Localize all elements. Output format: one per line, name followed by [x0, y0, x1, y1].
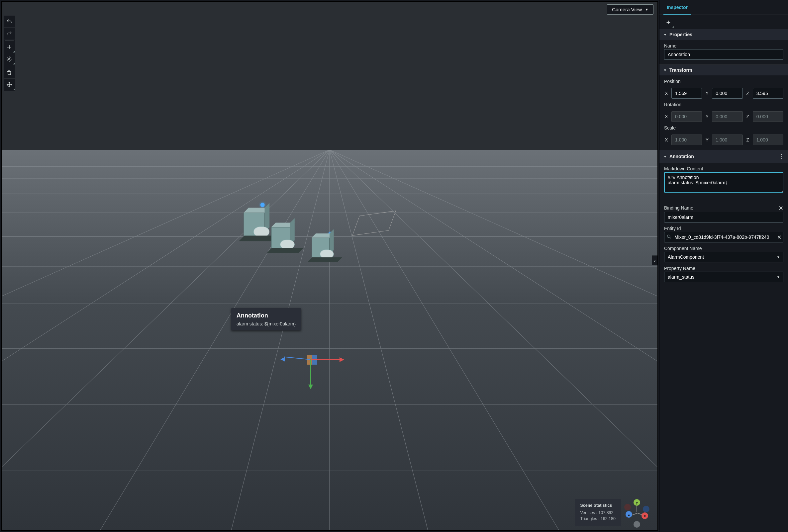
- annotation-overlay-body: alarm status: ${mixer0alarm}: [237, 321, 296, 326]
- undo-button[interactable]: [4, 16, 15, 27]
- scale-y-input[interactable]: [712, 135, 743, 145]
- annotation-overlay-title: Annotation: [237, 312, 296, 319]
- redo-button[interactable]: [4, 27, 15, 40]
- component-name-label: Component Name: [664, 246, 783, 251]
- collapse-inspector-button[interactable]: ›: [652, 255, 658, 265]
- axis-z-label: Z: [746, 114, 750, 119]
- axis-y-label: Y: [705, 91, 709, 96]
- axis-orientation-widget[interactable]: y z x: [624, 499, 650, 526]
- add-component-button[interactable]: +: [664, 18, 673, 27]
- floor-grid: [2, 150, 657, 530]
- rotation-y-input[interactable]: [712, 111, 743, 122]
- chevron-down-icon: ▼: [664, 155, 667, 158]
- axis-x-label: X: [664, 91, 669, 96]
- section-properties-title: Properties: [669, 32, 692, 37]
- section-transform-header[interactable]: ▼ Transform: [659, 64, 788, 75]
- markdown-content-input[interactable]: [664, 172, 783, 192]
- scene-statistics-panel: Scene Statistics Vertices : 107,892 Tria…: [575, 499, 621, 526]
- position-y-input[interactable]: [712, 88, 743, 99]
- svg-point-24: [8, 58, 10, 60]
- add-object-button[interactable]: [4, 41, 15, 53]
- tab-inspector[interactable]: Inspector: [664, 0, 691, 15]
- chevron-down-icon: ▼: [664, 68, 667, 72]
- scale-label: Scale: [664, 125, 783, 130]
- chevron-down-icon: ▼: [645, 8, 648, 11]
- svg-point-25: [667, 235, 670, 238]
- scale-x-input[interactable]: [671, 135, 702, 145]
- binding-name-label: Binding Name: [664, 205, 775, 210]
- axis-z-label: Z: [746, 91, 750, 96]
- rotation-z-input[interactable]: [753, 111, 783, 122]
- axis-x-icon[interactable]: x: [642, 512, 648, 519]
- binding-name-input[interactable]: [664, 212, 783, 223]
- clear-binding-button[interactable]: ✕: [779, 205, 783, 212]
- triangles-label: Triangles :: [580, 516, 599, 521]
- scene-statistics-heading: Scene Statistics: [580, 503, 616, 508]
- svg-line-26: [670, 237, 671, 239]
- section-annotation-title: Annotation: [669, 154, 694, 159]
- transform-gizmo[interactable]: [284, 356, 337, 396]
- entity-id-input[interactable]: [664, 232, 783, 242]
- section-annotation-header[interactable]: ▼ Annotation ⋮: [659, 150, 788, 163]
- move-tool-button[interactable]: [4, 79, 15, 91]
- mixer-models: [244, 213, 354, 286]
- axis-x-label: X: [664, 114, 669, 119]
- axis-y-icon[interactable]: y: [633, 499, 640, 506]
- name-label: Name: [664, 43, 783, 48]
- markdown-content-label: Markdown Content: [664, 166, 783, 171]
- svg-line-4: [231, 150, 330, 530]
- axis-y-label: Y: [705, 114, 709, 119]
- position-label: Position: [664, 79, 783, 84]
- annotation-overlay[interactable]: Annotation alarm status: ${mixer0alarm}: [231, 308, 301, 330]
- axis-x-label: X: [664, 137, 669, 142]
- delete-button[interactable]: [4, 67, 15, 79]
- scene-viewport[interactable]: Annotation alarm status: ${mixer0alarm} …: [1, 1, 658, 531]
- vertices-value: 107,892: [598, 510, 613, 515]
- position-x-input[interactable]: [671, 88, 702, 99]
- camera-view-label: Camera View: [612, 7, 642, 12]
- property-name-select[interactable]: [664, 272, 783, 282]
- svg-line-3: [100, 150, 330, 530]
- component-name-select[interactable]: [664, 252, 783, 262]
- section-transform-title: Transform: [669, 67, 692, 73]
- camera-view-dropdown[interactable]: Camera View ▼: [607, 4, 653, 15]
- divider: [664, 199, 783, 199]
- position-z-input[interactable]: [753, 88, 783, 99]
- rotation-label: Rotation: [664, 102, 783, 107]
- axis-z-icon[interactable]: z: [626, 511, 632, 518]
- axis-y-label: Y: [705, 137, 709, 142]
- entity-id-label: Entity Id: [664, 226, 783, 231]
- transform-tool-button[interactable]: [4, 53, 15, 65]
- axis-z-label: Z: [746, 137, 750, 142]
- search-icon: [667, 234, 671, 240]
- chevron-down-icon: ▼: [664, 33, 667, 37]
- name-input[interactable]: [664, 49, 783, 60]
- clear-entity-button[interactable]: ✕: [777, 234, 781, 241]
- viewport-toolbar: [4, 16, 15, 91]
- rotation-x-input[interactable]: [671, 111, 702, 122]
- section-properties-header[interactable]: ▼ Properties: [659, 29, 788, 40]
- section-annotation-menu-icon[interactable]: ⋮: [779, 153, 784, 160]
- svg-line-7: [330, 150, 559, 530]
- sky-region: [2, 2, 657, 150]
- triangles-value: 162,180: [600, 516, 616, 521]
- inspector-panel: Inspector + ▼ Properties Name ▼ Transfor…: [659, 0, 788, 532]
- property-name-label: Property Name: [664, 266, 783, 271]
- vertices-label: Vertices :: [580, 510, 597, 515]
- svg-line-6: [330, 150, 428, 530]
- scale-z-input[interactable]: [753, 135, 783, 145]
